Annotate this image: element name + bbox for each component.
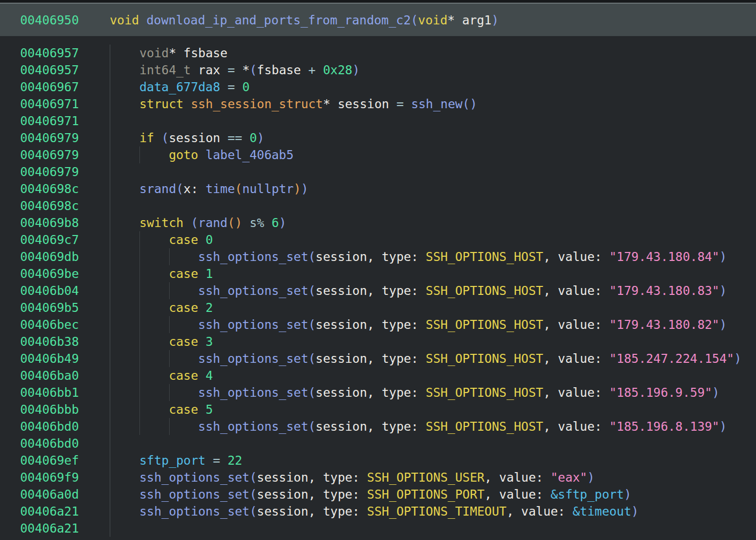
code-text[interactable]: ssh_options_set(session, type: SSH_OPTIO…	[110, 318, 727, 332]
code-area[interactable]: case 1	[110, 265, 756, 282]
code-token[interactable]: =	[227, 80, 235, 94]
address[interactable]: 00406979	[0, 148, 80, 162]
code-token[interactable]: SSH_OPTIONS_HOST	[426, 284, 543, 298]
code-token[interactable]: ==	[227, 131, 242, 145]
code-token[interactable]	[198, 403, 206, 416]
code-token[interactable]: session, type:	[315, 352, 426, 365]
code-line[interactable]: 00406bb1 ssh_options_set(session, type: …	[0, 384, 756, 401]
code-token[interactable]: &sftp_port	[550, 487, 623, 501]
code-token[interactable]: (	[250, 63, 257, 77]
code-token[interactable]: &timeout	[573, 504, 631, 518]
code-token[interactable]: case	[169, 267, 198, 281]
code-text[interactable]: switch (rand() s% 6)	[110, 216, 286, 230]
code-token[interactable]: "185.247.224.154"	[609, 352, 734, 365]
code-token[interactable]: ssh_options_set(	[139, 487, 257, 501]
code-token[interactable]	[264, 216, 271, 230]
code-token[interactable]: ssh_options_set(	[198, 386, 316, 399]
code-line[interactable]: 0040698c	[0, 197, 756, 214]
code-token[interactable]: 6	[271, 216, 279, 230]
code-token[interactable]: ssh_options_set(	[198, 284, 316, 298]
code-token[interactable]	[242, 131, 250, 145]
code-token[interactable]: (	[162, 131, 169, 145]
address[interactable]: 00406967	[0, 80, 80, 94]
code-text[interactable]: case 3	[110, 335, 213, 349]
code-token[interactable]: "179.43.180.84"	[609, 250, 719, 264]
code-token[interactable]	[242, 216, 250, 230]
code-token[interactable]: ssh_options_set(	[139, 471, 257, 484]
code-line[interactable]: 00406967data_677da8 = 0	[0, 79, 756, 95]
code-line[interactable]: 00406979 goto label_406ab5	[0, 146, 756, 163]
code-token[interactable]: )	[719, 420, 727, 433]
code-text[interactable]: ssh_options_set(session, type: SSH_OPTIO…	[110, 420, 727, 433]
code-token[interactable]: SSH_OPTIONS_HOST	[426, 386, 543, 399]
code-token[interactable]: )	[712, 386, 719, 399]
code-line[interactable]: 004069db ssh_options_set(session, type: …	[0, 248, 756, 265]
code-area[interactable]: case 4	[110, 367, 756, 384]
code-token[interactable]: data_677da8	[139, 80, 220, 94]
address[interactable]: 00406b49	[0, 352, 80, 365]
code-token[interactable]: ssh_options_set(	[198, 352, 316, 365]
code-token[interactable]: ssh_options_set(	[198, 250, 316, 264]
code-text[interactable]: case 1	[110, 267, 213, 281]
code-token[interactable]	[220, 454, 227, 467]
code-text[interactable]: ssh_options_set(session, type: SSH_OPTIO…	[110, 352, 742, 365]
code-token[interactable]: ssh_options_set(	[198, 318, 316, 332]
code-token[interactable]: , value:	[543, 318, 610, 332]
code-token[interactable]: 3	[206, 335, 213, 349]
code-area[interactable]: ssh_options_set(session, type: SSH_OPTIO…	[110, 503, 756, 520]
address[interactable]: 00406bd0	[0, 420, 80, 433]
code-token[interactable]: SSH_OPTIONS_HOST	[426, 250, 543, 264]
code-line[interactable]: 00406b49 ssh_options_set(session, type: …	[0, 350, 756, 367]
code-area[interactable]: ssh_options_set(session, type: SSH_OPTIO…	[110, 469, 756, 486]
code-line[interactable]: 00406a21ssh_options_set(session, type: S…	[0, 503, 756, 520]
code-line[interactable]: 00406979if (session == 0)	[0, 129, 756, 146]
code-token[interactable]: sftp_port	[139, 454, 206, 467]
code-area[interactable]: if (session == 0)	[110, 129, 756, 146]
code-token[interactable]: * session	[323, 97, 396, 111]
code-area[interactable]	[110, 163, 756, 180]
code-token[interactable]: session, type:	[257, 504, 367, 518]
code-line[interactable]: 00406979	[0, 163, 756, 180]
code-token[interactable]: session, type:	[315, 318, 426, 332]
code-line[interactable]: 00406b04 ssh_options_set(session, type: …	[0, 282, 756, 299]
code-token[interactable]: "185.196.8.139"	[609, 420, 719, 433]
code-token[interactable]	[198, 267, 206, 281]
code-token[interactable]: session, type:	[257, 471, 367, 484]
code-token[interactable]: ssh_session_struct	[191, 97, 323, 111]
code-token[interactable]: )	[257, 131, 265, 145]
code-area[interactable]	[110, 112, 756, 129]
code-token[interactable]: =	[397, 97, 404, 111]
code-token[interactable]	[315, 63, 323, 77]
code-token[interactable]: =	[227, 63, 235, 77]
address[interactable]: 004069c7	[0, 233, 80, 247]
code-token[interactable]: void	[110, 13, 139, 27]
code-token[interactable]: switch	[139, 216, 183, 230]
code-line[interactable]: 00406bd0 ssh_options_set(session, type: …	[0, 418, 756, 435]
code-token[interactable]: 22	[227, 454, 242, 467]
code-token[interactable]: goto	[169, 148, 198, 162]
code-token[interactable]	[183, 216, 191, 230]
code-token[interactable]: )	[719, 284, 727, 298]
code-token[interactable]: , value:	[543, 386, 610, 399]
code-line[interactable]: 004069efsftp_port = 22	[0, 452, 756, 469]
code-line[interactable]: 0040698csrand(x: time(nullptr))	[0, 180, 756, 197]
code-line[interactable]: 00406971struct ssh_session_struct* sessi…	[0, 95, 756, 112]
function-address[interactable]: 00406950	[0, 13, 80, 27]
code-token[interactable]	[235, 80, 242, 94]
code-line[interactable]: 00406bec ssh_options_set(session, type: …	[0, 316, 756, 333]
code-token[interactable]: * arg1	[447, 13, 491, 27]
code-area[interactable]: case 2	[110, 299, 756, 316]
code-token[interactable]: ssh_options_set(	[139, 504, 257, 518]
code-area[interactable]: ssh_options_set(session, type: SSH_OPTIO…	[110, 384, 756, 401]
code-token[interactable]	[154, 131, 162, 145]
code-area[interactable]: ssh_options_set(session, type: SSH_OPTIO…	[110, 418, 756, 435]
code-token[interactable]: , value:	[506, 504, 573, 518]
address[interactable]: 00406b04	[0, 284, 80, 298]
code-token[interactable]: SSH_OPTIONS_TIMEOUT	[367, 504, 506, 518]
code-token[interactable]: x:	[183, 182, 206, 196]
address[interactable]: 00406ba0	[0, 369, 80, 382]
code-token[interactable]: download_ip_and_ports_from_random_c2(	[146, 13, 418, 27]
code-token[interactable]: 5	[206, 403, 213, 416]
code-token[interactable]: case	[169, 335, 198, 349]
code-token[interactable]	[206, 454, 213, 467]
